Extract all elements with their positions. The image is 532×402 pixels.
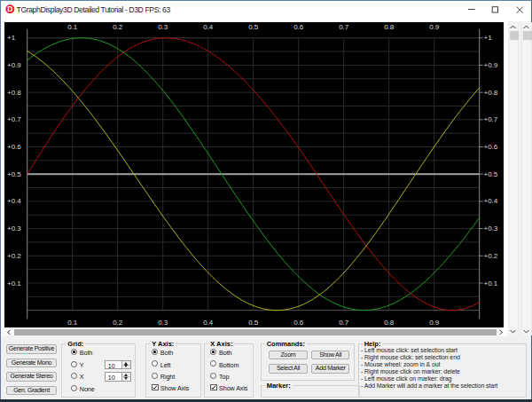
- svg-text:+0.9: +0.9: [7, 61, 21, 69]
- svg-text:+0.9: +0.9: [484, 61, 498, 69]
- svg-text:D: D: [8, 4, 13, 13]
- svg-text:0.2: 0.2: [113, 23, 123, 31]
- svg-text:0.2: 0.2: [113, 319, 123, 327]
- svg-text:0.7: 0.7: [339, 319, 349, 327]
- svg-text:0.6: 0.6: [293, 319, 304, 327]
- svg-text:+0.3: +0.3: [7, 225, 21, 233]
- svg-text:+0.4: +0.4: [7, 197, 21, 205]
- svg-text:0.3: 0.3: [158, 23, 168, 31]
- svg-text:0.1: 0.1: [67, 23, 78, 31]
- svg-text:0.4: 0.4: [203, 23, 214, 31]
- svg-text:+0.3: +0.3: [484, 225, 498, 233]
- svg-text:+0.2: +0.2: [7, 252, 21, 260]
- svg-text:+0.6: +0.6: [484, 143, 498, 151]
- svg-text:0.7: 0.7: [339, 23, 349, 31]
- svg-text:+0.7: +0.7: [7, 115, 21, 123]
- svg-text:+0.6: +0.6: [7, 143, 21, 151]
- svg-text:+0.5: +0.5: [7, 170, 21, 178]
- svg-text:+0.4: +0.4: [484, 197, 498, 205]
- svg-text:0.9: 0.9: [429, 319, 440, 327]
- svg-text:0.5: 0.5: [248, 23, 259, 31]
- svg-text:+0.8: +0.8: [484, 89, 498, 97]
- svg-text:0.4: 0.4: [203, 319, 214, 327]
- svg-text:0.5: 0.5: [248, 319, 259, 327]
- svg-text:+1: +1: [7, 34, 16, 42]
- svg-text:0.8: 0.8: [384, 319, 395, 327]
- svg-text:0.1: 0.1: [67, 319, 78, 327]
- svg-text:+0.2: +0.2: [484, 252, 498, 260]
- svg-text:0.3: 0.3: [158, 319, 168, 327]
- svg-text:0.8: 0.8: [384, 23, 395, 31]
- svg-text:+0.1: +0.1: [484, 280, 498, 288]
- svg-text:0.6: 0.6: [293, 23, 304, 31]
- svg-text:+0.1: +0.1: [7, 280, 21, 288]
- svg-text:+0.7: +0.7: [484, 115, 498, 123]
- svg-text:+0.8: +0.8: [7, 89, 21, 97]
- svg-text:+0.5: +0.5: [484, 170, 498, 178]
- svg-text:+1: +1: [484, 34, 493, 42]
- svg-text:0.9: 0.9: [429, 23, 440, 31]
